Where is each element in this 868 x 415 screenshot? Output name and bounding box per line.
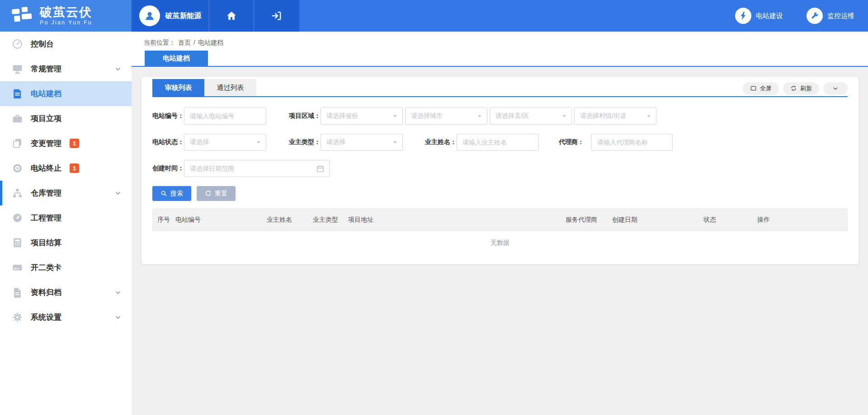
- caret-down-icon: [392, 139, 398, 145]
- home-button[interactable]: [209, 0, 254, 32]
- owner-type-placeholder: 请选择: [326, 138, 345, 146]
- brand-title: 破茧云伏: [40, 6, 92, 19]
- brand-subtitle: Po Jian Yun Fu: [40, 20, 92, 26]
- sidebar-item-station-filing[interactable]: 电站建档: [0, 81, 132, 106]
- briefcase-icon: [12, 113, 23, 124]
- wrench-icon: [807, 8, 823, 24]
- county-select[interactable]: 请选择县/区: [490, 107, 572, 125]
- sidebar: 控制台 常规管理 电站建档 项目立项 变更管理 1: [0, 32, 132, 415]
- sidebar-item-console[interactable]: 控制台: [0, 32, 132, 56]
- fullscreen-button[interactable]: 全屏: [743, 82, 779, 95]
- archive-file-icon: [12, 287, 23, 298]
- town-select[interactable]: 请选择村镇/街道: [574, 107, 656, 125]
- sidebar-item-label: 常规管理: [31, 64, 61, 74]
- bolt-icon: [735, 8, 751, 24]
- col-service-agent: 服务代理商: [566, 216, 612, 224]
- caret-down-icon: [561, 113, 567, 119]
- station-no-input[interactable]: [184, 107, 266, 125]
- sidebar-item-system-settings[interactable]: 系统设置: [0, 305, 132, 330]
- results-table: 序号 电站编号 业主姓名 业主类型 项目地址 服务代理商 创建日期 状态 操作 …: [152, 209, 848, 255]
- sidebar-item-open-type2-card[interactable]: 开二类卡: [0, 255, 132, 280]
- filter-form: 电站编号： 项目区域： 请选择省份 请选择城市 请选择县/区 请选择村镇/街道: [152, 107, 848, 177]
- region-label: 项目区域：: [289, 112, 321, 120]
- date-range-input[interactable]: [184, 160, 330, 177]
- reset-button[interactable]: 重置: [197, 186, 236, 201]
- province-placeholder: 请选择省份: [326, 112, 358, 120]
- table-header-row: 序号 电站编号 业主姓名 业主类型 项目地址 服务代理商 创建日期 状态 操作: [152, 209, 848, 231]
- sidebar-item-label: 系统设置: [31, 312, 61, 322]
- nav-monitor-ops-label: 监控运维: [827, 12, 854, 20]
- breadcrumb-home[interactable]: 首页: [178, 39, 191, 47]
- town-placeholder: 请选择村镇/街道: [580, 112, 626, 120]
- speedometer-icon: [12, 212, 23, 224]
- search-button[interactable]: 搜索: [152, 186, 191, 201]
- breadcrumb-bar: 当前位置： 首页 / 电站建档 电站建档: [132, 32, 868, 67]
- city-placeholder: 请选择城市: [411, 112, 443, 120]
- breadcrumb-prefix: 当前位置：: [144, 39, 175, 47]
- filter-row-3: 创建时间：: [152, 160, 848, 177]
- search-icon: [160, 190, 167, 197]
- company-name[interactable]: 破茧新能源: [165, 11, 202, 21]
- owner-type-label: 业主类型：: [289, 138, 321, 146]
- sidebar-item-label: 电站终止: [31, 163, 61, 173]
- sidebar-item-engineering-mgmt[interactable]: 工程管理: [0, 205, 132, 230]
- sidebar-item-general-mgmt[interactable]: 常规管理: [0, 56, 132, 81]
- create-time-label: 创建时间：: [152, 164, 184, 173]
- tab-review-list[interactable]: 审核列表: [152, 79, 204, 96]
- gear-icon: [12, 312, 23, 323]
- owner-name-label: 业主姓名：: [425, 138, 457, 146]
- refresh-button[interactable]: 刷新: [783, 82, 819, 95]
- user-icon: [144, 10, 156, 22]
- date-range-field[interactable]: [184, 160, 316, 177]
- owner-type-select[interactable]: 请选择: [321, 134, 403, 151]
- province-select[interactable]: 请选择省份: [321, 107, 403, 125]
- chevron-down-icon: [114, 289, 122, 296]
- nav-station-build[interactable]: 电站建设: [735, 8, 783, 24]
- panel-toolbar: 全屏 刷新: [743, 80, 848, 96]
- tab-passed-list[interactable]: 通过列表: [204, 79, 256, 96]
- brand-logo: 破茧云伏 Po Jian Yun Fu: [0, 0, 132, 32]
- page-tab-station-filing[interactable]: 电站建档: [145, 51, 208, 66]
- app-header: 破茧云伏 Po Jian Yun Fu 破茧新能源: [0, 0, 868, 32]
- filter-actions: 搜索 重置: [152, 186, 848, 201]
- chevron-down-icon: [114, 314, 122, 321]
- sidebar-item-project-settlement[interactable]: 项目结算: [0, 230, 132, 255]
- main-content: 当前位置： 首页 / 电站建档 电站建档 审核列表 通过列表 全屏: [132, 32, 868, 415]
- city-select[interactable]: 请选择城市: [405, 107, 487, 125]
- sidebar-item-station-termination[interactable]: 电站终止 1: [0, 156, 132, 181]
- fullscreen-icon: [750, 85, 757, 92]
- agent-input[interactable]: [591, 134, 673, 151]
- panel-card: 审核列表 通过列表 全屏 刷新: [142, 77, 859, 264]
- sidebar-item-project-initiation[interactable]: 项目立项: [0, 106, 132, 131]
- caret-down-icon: [392, 113, 398, 119]
- filter-row-2: 电站状态： 请选择 业主类型： 请选择 业主姓名： 代理商：: [152, 134, 848, 151]
- station-status-select[interactable]: 请选择: [184, 134, 266, 151]
- sidebar-item-label: 仓库管理: [31, 188, 61, 198]
- gauge-icon: [12, 38, 23, 50]
- document-icon: [12, 88, 23, 99]
- target-icon: [12, 163, 23, 174]
- filter-row-1: 电站编号： 项目区域： 请选择省份 请选择城市 请选择县/区 请选择村镇/街道: [152, 107, 848, 125]
- collapse-button[interactable]: [823, 82, 848, 95]
- chevron-down-icon: [114, 190, 122, 197]
- sidebar-item-label: 变更管理: [31, 138, 61, 149]
- logout-button[interactable]: [254, 0, 299, 32]
- col-owner-name: 业主姓名: [267, 216, 313, 224]
- avatar[interactable]: [139, 5, 160, 26]
- county-placeholder: 请选择县/区: [495, 112, 529, 120]
- agent-label: 代理商：: [559, 138, 591, 146]
- caret-down-icon: [476, 113, 483, 119]
- col-project-address: 项目地址: [348, 216, 566, 224]
- sidebar-item-label: 电站建档: [31, 89, 61, 99]
- user-menu[interactable]: 破茧新能源: [132, 0, 209, 32]
- panel-header: 审核列表 通过列表 全屏 刷新: [152, 77, 848, 97]
- nav-monitor-ops[interactable]: 监控运维: [807, 8, 854, 24]
- chevron-down-icon: [832, 85, 839, 92]
- reset-label: 重置: [215, 190, 227, 198]
- header-bar: 破茧新能源 电站建设: [132, 0, 868, 32]
- sidebar-item-data-archive[interactable]: 资料归档: [0, 280, 132, 305]
- sidebar-item-change-mgmt[interactable]: 变更管理 1: [0, 131, 132, 156]
- owner-name-input[interactable]: [457, 134, 539, 151]
- sidebar-item-warehouse-mgmt[interactable]: 仓库管理: [0, 181, 132, 205]
- panel-tabs: 审核列表 通过列表: [152, 79, 256, 96]
